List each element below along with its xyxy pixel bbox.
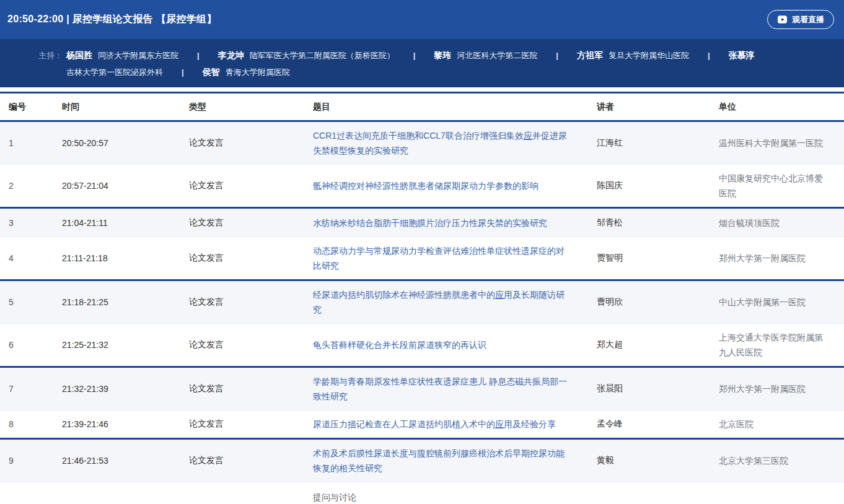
host-name: 方祖军 (577, 50, 603, 60)
host-affiliation: 同济大学附属东方医院 (98, 51, 178, 60)
host-item: 方祖军复旦大学附属华山医院 (577, 51, 689, 60)
row-type: 论文发言 (189, 180, 313, 191)
host-separator: | (182, 67, 184, 77)
paper-title-link[interactable]: 术前及术后膜性尿道长度与腹腔镜前列腺癌根治术后早期控尿功能恢复的相关性研究 (313, 440, 597, 482)
paper-title-link[interactable]: 骶神经调控对神经源性膀胱患者储尿期尿动力学参数的影响 (313, 172, 597, 199)
row-number: 3 (9, 218, 62, 228)
row-number: 8 (9, 419, 62, 429)
paper-title-link[interactable]: 经尿道内括约肌切除术在神经源性膀胱患者中的应用及长期随访研究 (313, 281, 597, 323)
table-row: 321:04-21:11论文发言水纺纳米纱结合脂肪干细胞膜片治疗压力性尿失禁的实… (0, 209, 844, 237)
row-affiliation: 北京医院 (719, 411, 835, 438)
row-number: 5 (9, 297, 62, 307)
row-type: 论文发言 (189, 297, 313, 308)
host-name: 张慕淳 (729, 50, 755, 60)
row-time: 21:11-21:18 (62, 253, 189, 263)
row-type: 论文发言 (189, 383, 313, 394)
row-time: 21:25-21:32 (62, 340, 189, 350)
paper-title-link[interactable]: CCR1过表达间充质干细胞和CCL7联合治疗增强归集效应并促进尿失禁模型恢复的实… (313, 122, 597, 164)
row-number: 7 (9, 384, 62, 394)
column-header-4: 题目 (313, 102, 597, 113)
table-row: 120:50-20:57论文发言CCR1过表达间充质干细胞和CCL7联合治疗增强… (0, 122, 844, 165)
row-affiliation: 温州医科大学附属第一医院 (719, 129, 835, 157)
paper-title-link[interactable]: 尿道压力描记检查在人工尿道括约肌植入术中的应用及经验分享 (313, 411, 597, 438)
column-header-2: 时间 (62, 102, 189, 113)
row-time: 21:04-21:11 (62, 218, 189, 228)
row-speaker: 黄毅 (597, 455, 719, 466)
row-number: 4 (9, 253, 62, 263)
row-affiliation: 中山大学附属第一医院 (719, 289, 835, 316)
hosts-label: 主持： (38, 47, 63, 80)
row-type: 论文发言 (189, 455, 313, 466)
discussion-label: 提问与讨论 (313, 490, 830, 504)
row-type: 论文发言 (189, 137, 313, 149)
host-separator: | (413, 51, 416, 60)
host-separator: | (197, 51, 200, 60)
session-program-page: 20:50-22:00 | 尿控学组论文报告 【尿控学组】 观看直播 主持： 杨… (0, 0, 844, 504)
play-video-icon (777, 15, 788, 24)
row-time: 21:39-21:46 (62, 419, 189, 429)
row-speaker: 曹明欣 (597, 297, 719, 308)
column-header-3: 类型 (189, 102, 313, 113)
paper-title-link[interactable]: 水纺纳米纱结合脂肪干细胞膜片治疗压力性尿失禁的实验研究 (313, 209, 597, 237)
row-affiliation: 郑州大学第一附属医院 (719, 245, 835, 272)
hosts-bar: 主持： 杨国胜同济大学附属东方医院|李龙坤陆军军医大学第二附属医院（新桥医院）|… (0, 39, 844, 87)
row-speaker: 江海红 (597, 137, 719, 149)
row-speaker: 郑大超 (597, 339, 719, 350)
row-speaker: 邹青松 (597, 217, 719, 228)
row-number: 2 (9, 181, 62, 191)
row-type: 论文发言 (189, 253, 313, 264)
hosts-list: 杨国胜同济大学附属东方医院|李龙坤陆军军医大学第二附属医院（新桥医院）|黎玮河北… (66, 47, 819, 80)
host-separator: | (708, 51, 710, 60)
row-speaker: 陈国庆 (597, 180, 719, 191)
discussion-cell: 提问与讨论谢克基广州市第一人民医院 / 冷静上海交通大学医学院附属仁济医院 / … (313, 482, 835, 504)
host-separator: | (556, 51, 558, 60)
host-affiliation: 青海大学附属医院 (226, 67, 290, 77)
host-name: 杨国胜 (66, 50, 92, 60)
host-affiliation: 吉林大学第一医院泌尿外科 (66, 67, 163, 77)
program-table: 编号时间类型题目讲者单位 120:50-20:57论文发言CCR1过表达间充质干… (0, 92, 844, 504)
row-time: 21:46-21:53 (62, 456, 189, 466)
host-affiliation: 陆军军医大学第二附属医院（新桥医院） (250, 51, 395, 60)
table-row: 1021:53-22:00讨论提问与讨论谢克基广州市第一人民医院 / 冷静上海交… (0, 482, 844, 504)
column-header-6: 单位 (719, 102, 835, 113)
table-row: 821:39-21:46论文发言尿道压力描记检查在人工尿道括约肌植入术中的应用及… (0, 411, 844, 440)
table-body: 120:50-20:57论文发言CCR1过表达间充质干细胞和CCL7联合治疗增强… (0, 122, 844, 504)
paper-title-link[interactable]: 动态尿动力学与常规尿动力学检查评估难治性单症状性遗尿症的对比研究 (313, 237, 597, 279)
column-header-1: 编号 (9, 102, 62, 113)
watch-live-button[interactable]: 观看直播 (767, 10, 834, 29)
row-affiliation: 郑州大学第一附属医院 (719, 375, 835, 402)
row-time: 21:18-21:25 (62, 297, 189, 307)
host-name: 侯智 (203, 67, 220, 77)
row-time: 21:32-21:39 (62, 384, 189, 394)
host-item: 杨国胜同济大学附属东方医院 (66, 51, 178, 60)
column-header-5: 讲者 (597, 102, 719, 113)
row-speaker: 贾智明 (597, 253, 719, 264)
host-item: 李龙坤陆军军医大学第二附属医院（新桥医院） (218, 51, 395, 60)
row-type: 论文发言 (189, 419, 313, 430)
table-header-row: 编号时间类型题目讲者单位 (0, 93, 844, 122)
paper-title-link[interactable]: 龟头苔藓样硬化合并长段前尿道狭窄的再认识 (313, 331, 597, 358)
host-affiliation: 河北医科大学第二医院 (457, 51, 537, 60)
row-number: 1 (9, 138, 62, 148)
row-number: 9 (9, 456, 62, 466)
table-row: 921:46-21:53论文发言术前及术后膜性尿道长度与腹腔镜前列腺癌根治术后早… (0, 440, 844, 482)
row-affiliation: 烟台毓璜顶医院 (719, 209, 835, 237)
row-affiliation: 中国康复研究中心北京博爱医院 (719, 165, 835, 207)
watch-live-label: 观看直播 (792, 14, 824, 25)
row-type: 论文发言 (189, 339, 313, 350)
paper-title-link[interactable]: 学龄期与青春期原发性单症状性夜遗尿症患儿 静息态磁共振局部一致性研究 (313, 368, 597, 410)
row-type: 论文发言 (189, 217, 313, 228)
host-item: 黎玮河北医科大学第二医院 (434, 51, 537, 60)
host-name: 李龙坤 (218, 50, 244, 60)
row-speaker: 张晨阳 (597, 383, 719, 394)
host-item: 侯智青海大学附属医院 (203, 67, 290, 77)
table-row: 721:32-21:39论文发言学龄期与青春期原发性单症状性夜遗尿症患儿 静息态… (0, 368, 844, 411)
table-row: 621:25-21:32论文发言龟头苔藓样硬化合并长段前尿道狭窄的再认识郑大超上… (0, 324, 844, 368)
row-time: 20:50-20:57 (62, 138, 189, 148)
row-number: 6 (9, 340, 62, 350)
table-row: 220:57-21:04论文发言骶神经调控对神经源性膀胱患者储尿期尿动力学参数的… (0, 165, 844, 209)
host-name: 黎玮 (434, 50, 451, 60)
table-row: 421:11-21:18论文发言动态尿动力学与常规尿动力学检查评估难治性单症状性… (0, 237, 844, 281)
host-affiliation: 复旦大学附属华山医院 (609, 51, 689, 60)
session-title: 20:50-22:00 | 尿控学组论文报告 【尿控学组】 (7, 13, 217, 26)
